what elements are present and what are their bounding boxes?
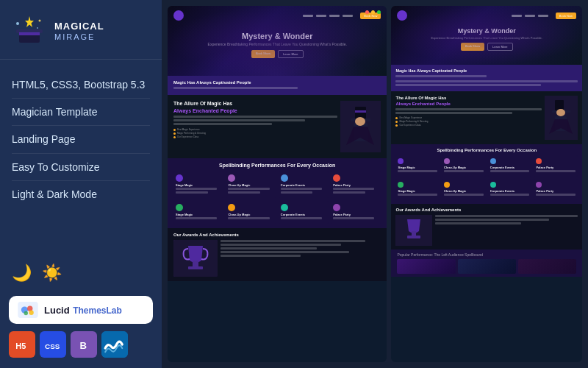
- tp-hero-sub-1: Experience Breathtaking Performances Tha…: [208, 42, 347, 46]
- tp-hero-title-2: Mystery & Wonder: [458, 27, 516, 35]
- lucid-brand: Lucid: [44, 305, 70, 316]
- tp-hero-title-1: Mystery & Wonder: [242, 32, 312, 40]
- svg-point-28: [556, 109, 565, 116]
- tp-cards-2: Stage Magic Close-Up Magic Corporate Eve…: [395, 155, 578, 177]
- tp-awards-1: Our Awards And Achievements: [168, 228, 387, 281]
- lucid-logo-icon: [18, 302, 38, 318]
- tp-hero-1: Book Now Mystery & Wonder Experience Bre…: [168, 6, 387, 76]
- jquery-badge: [101, 331, 128, 358]
- tech-badges: H5 CSS B: [0, 331, 162, 368]
- tp-card2-4: Stage Magic: [395, 179, 440, 200]
- svg-rect-32: [407, 236, 420, 238]
- tp-nav-1: Book Now: [168, 10, 387, 21]
- logo-name-line1: MAGICAL: [54, 21, 104, 32]
- tp-section-purple-1: Magic Has Always Captivated People: [168, 76, 387, 95]
- tp-nav-2: Book Now: [391, 10, 582, 21]
- right-panel: Book Now Mystery & Wonder Experience Bre…: [162, 0, 588, 368]
- tp-cards-1b: Stage Magic Close-Up Magic Corporate Eve…: [173, 201, 381, 224]
- preview-column-1: Book Now Mystery & Wonder Experience Bre…: [168, 6, 387, 362]
- tp-card-3: Palace Party: [331, 171, 381, 198]
- feature-item-2: Landing Page: [12, 126, 150, 153]
- tp-card-7: Palace Party: [331, 201, 381, 224]
- tp-card2-7: Palace Party: [534, 179, 578, 200]
- tp-s2-accent: Always Enchanted People: [173, 108, 337, 113]
- preview-column-2: Book Now Mystery & Wonder Experience Bre…: [391, 6, 582, 362]
- tp-hero-sub-2: Experience Breathtaking Performances Tha…: [431, 36, 542, 40]
- css3-badge: CSS: [40, 331, 66, 358]
- svg-rect-15: [101, 331, 128, 358]
- logo-name-line2: MIRAGE: [54, 32, 104, 41]
- svg-point-21: [355, 117, 365, 126]
- html5-badge: H5: [9, 331, 35, 358]
- svg-rect-19: [355, 110, 366, 113]
- logo-icon: [12, 13, 47, 49]
- svg-point-11: [24, 311, 29, 316]
- tp-section-purple-2: Magic Has Always Captivated People: [391, 65, 582, 91]
- lucid-badge[interactable]: Lucid ThemesLab: [9, 296, 153, 324]
- tp-card-5: Close-Up Magic: [226, 201, 276, 224]
- tp-card-0: Stage Magic: [173, 171, 223, 198]
- tp-popular-2: Popular Performance: The Left Audience S…: [391, 250, 582, 277]
- svg-text:CSS: CSS: [45, 342, 60, 350]
- svg-text:H5: H5: [15, 342, 26, 350]
- tp-s1-title: Magic Has Always Captivated People: [173, 80, 381, 85]
- tp-section-dark-1: The Allure Of Magic Has Always Enchanted…: [168, 95, 387, 158]
- left-panel: MAGICAL MIRAGE HTML5, CSS3, Bootstrap 5.…: [0, 0, 162, 368]
- logo-area: MAGICAL MIRAGE: [0, 0, 162, 60]
- tp-section-cards-1: Spellbinding Performances For Every Occa…: [168, 158, 387, 228]
- tp-card2-1: Close-Up Magic: [442, 155, 486, 177]
- template-preview-1: Book Now Mystery & Wonder Experience Bre…: [168, 6, 387, 362]
- tp-cards-1: Stage Magic Close-Up Magic Cor: [173, 171, 381, 198]
- svg-point-5: [39, 20, 41, 22]
- sun-icon[interactable]: ☀️: [42, 263, 62, 283]
- feature-item-4: Light & Dark Mode: [12, 181, 150, 208]
- lucid-text-block: Lucid ThemesLab: [44, 303, 122, 316]
- tp-card2-5: Close-Up Magic: [442, 179, 486, 200]
- tp-card-6: Corporate Events: [279, 201, 329, 224]
- tp-section-cards-2: Spellbinding Performances For Every Occa…: [391, 144, 582, 204]
- mode-icons: 🌙 ☀️: [0, 258, 162, 291]
- svg-rect-2: [19, 32, 40, 35]
- tp-hero-2: Book Now Mystery & Wonder Experience Bre…: [391, 6, 582, 65]
- tp-card2-3: Palace Party: [534, 155, 578, 177]
- bootstrap-badge: B: [71, 331, 97, 358]
- template-preview-2: Book Now Mystery & Wonder Experience Bre…: [391, 6, 582, 362]
- tp-card-4: Stage Magic: [173, 201, 223, 224]
- svg-rect-24: [188, 266, 203, 269]
- feature-item-0: HTML5, CSS3, Bootstrap 5.3: [12, 71, 150, 99]
- lucid-sub: ThemesLab: [73, 305, 122, 316]
- svg-point-6: [37, 27, 38, 29]
- moon-icon[interactable]: 🌙: [12, 263, 32, 283]
- tp-card-1: Close-Up Magic: [226, 171, 276, 198]
- svg-point-10: [29, 310, 33, 314]
- features-list: HTML5, CSS3, Bootstrap 5.3 Magician Temp…: [0, 60, 162, 258]
- tp-cards-2b: Stage Magic Close-Up Magic Corporate Eve…: [395, 179, 578, 200]
- tp-card2-0: Stage Magic: [395, 155, 440, 177]
- svg-rect-31: [412, 231, 416, 236]
- preview-scroll-2[interactable]: Book Now Mystery & Wonder Experience Bre…: [391, 6, 582, 362]
- logo-text-block: MAGICAL MIRAGE: [54, 21, 104, 41]
- svg-text:B: B: [80, 340, 87, 351]
- svg-point-4: [16, 22, 19, 25]
- svg-marker-3: [25, 16, 34, 27]
- preview-scroll-1[interactable]: Book Now Mystery & Wonder Experience Bre…: [168, 6, 387, 362]
- tp-card-2: Corporate Events: [279, 171, 329, 198]
- tp-awards-2: Our Awards And Achievements: [391, 204, 582, 250]
- tp-card2-2: Corporate Events: [488, 155, 532, 177]
- svg-rect-23: [193, 261, 198, 266]
- feature-item-3: Easy To Customize: [12, 154, 150, 181]
- feature-item-1: Magician Template: [12, 99, 150, 126]
- tp-section-dark-2: The Allure Of Magic Has Always Enchanted…: [391, 91, 582, 144]
- tp-card2-6: Corporate Events: [488, 179, 532, 200]
- tp-s2-title: The Allure Of Magic Has: [173, 101, 337, 106]
